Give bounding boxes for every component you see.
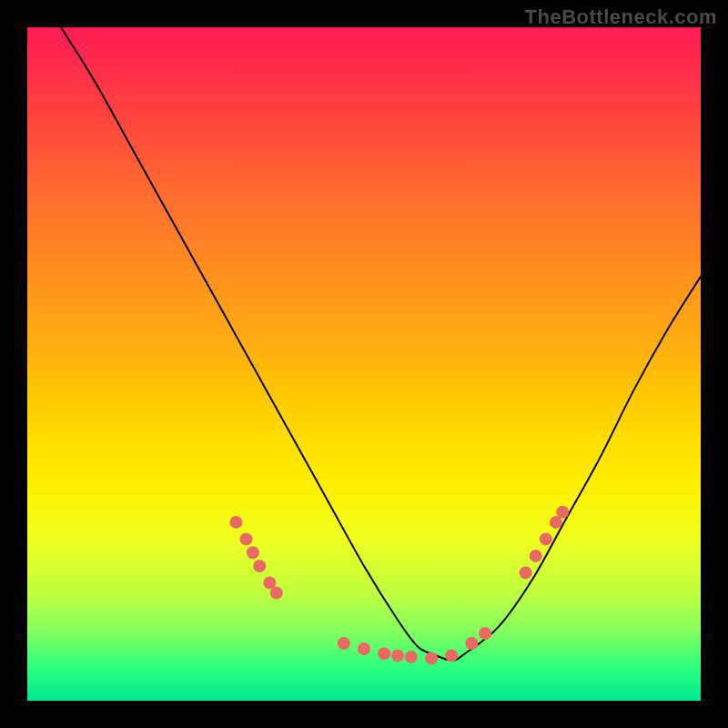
curve-marker bbox=[520, 566, 532, 579]
curve-marker bbox=[445, 649, 458, 662]
watermark-text: TheBottleneck.com bbox=[525, 5, 717, 29]
curve-marker bbox=[405, 651, 418, 663]
curve-markers bbox=[229, 506, 569, 665]
curve-marker bbox=[378, 647, 390, 660]
curve-marker bbox=[425, 652, 438, 664]
curve-layer bbox=[27, 27, 701, 701]
curve-marker bbox=[530, 550, 542, 562]
curve-marker bbox=[338, 637, 350, 650]
curve-marker bbox=[358, 642, 370, 655]
curve-marker bbox=[465, 637, 478, 650]
curve-marker bbox=[556, 506, 569, 519]
bottleneck-curve bbox=[27, 27, 701, 661]
curve-marker bbox=[391, 649, 404, 662]
curve-marker bbox=[253, 560, 266, 572]
chart-frame: TheBottleneck.com bbox=[0, 0, 728, 728]
curve-marker bbox=[247, 546, 259, 559]
curve-marker bbox=[229, 516, 242, 529]
curve-marker bbox=[540, 532, 552, 545]
curve-marker bbox=[240, 532, 253, 545]
curve-marker bbox=[270, 587, 283, 600]
curve-marker bbox=[479, 627, 491, 640]
